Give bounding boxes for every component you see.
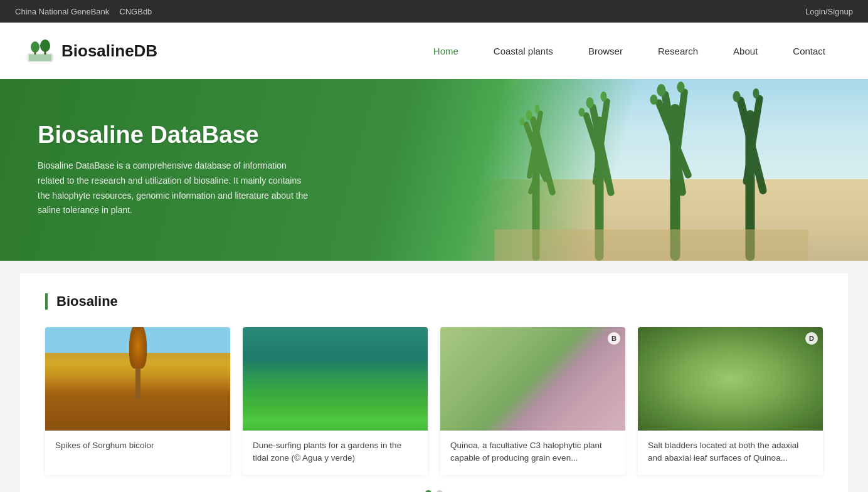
logo-text: BiosalineDB: [61, 41, 157, 61]
svg-point-11: [534, 105, 539, 113]
card-4-image: D: [638, 327, 823, 431]
card-1-body: Spikes of Sorghum bicolor: [45, 431, 230, 462]
svg-point-33: [753, 88, 759, 98]
hero-plant-illustration: [460, 79, 842, 261]
card-4-caption: Salt bladders located at both the adaxia…: [648, 439, 813, 465]
cards-grid: Spikes of Sorghum bicolor Dune-surfing p…: [45, 327, 823, 475]
card-3[interactable]: B Quinoa, a facultative C3 halophytic pl…: [440, 327, 625, 475]
hero-description: Biosaline DataBase is a comprehensive da…: [38, 159, 314, 218]
svg-point-32: [733, 91, 740, 102]
card-3-image: B: [440, 327, 625, 431]
hero-banner: Biosaline DataBase Biosaline DataBase is…: [0, 79, 868, 261]
svg-rect-3: [34, 51, 36, 55]
nav-research[interactable]: Research: [640, 41, 716, 61]
top-bar-links: China National GeneBank CNGBdb: [15, 7, 152, 16]
logo-link[interactable]: BiosalineDB: [25, 36, 157, 66]
header: BiosalineDB Home Coastal plants Browser …: [0, 23, 868, 79]
biosaline-section: Biosaline Spikes of Sorghum bicolor Dune…: [20, 273, 848, 492]
dot-1[interactable]: [425, 490, 431, 493]
logo-icon: [25, 36, 55, 66]
card-1-image: [45, 327, 230, 431]
svg-point-27: [677, 81, 684, 93]
svg-point-20: [600, 92, 606, 102]
card-4-body: Salt bladders located at both the adaxia…: [638, 431, 823, 475]
card-3-badge: B: [608, 332, 620, 345]
card-2-image: [243, 327, 428, 431]
svg-point-12: [519, 118, 524, 125]
card-3-caption: Quinoa, a facultative C3 halophytic plan…: [450, 439, 615, 465]
card-2[interactable]: Dune-surfing plants for a gardens in the…: [243, 327, 428, 475]
cngb-link[interactable]: China National GeneBank: [15, 7, 109, 16]
cngbdb-link[interactable]: CNGBdb: [119, 7, 152, 16]
nav-home[interactable]: Home: [416, 41, 476, 61]
svg-rect-5: [45, 50, 46, 55]
svg-point-19: [586, 97, 593, 108]
login-signup-link[interactable]: Login/Signup: [805, 7, 853, 16]
hero-content: Biosaline DataBase Biosaline DataBase is…: [0, 122, 351, 218]
hero-title: Biosaline DataBase: [38, 122, 314, 149]
top-bar: China National GeneBank CNGBdb Login/Sig…: [0, 0, 868, 23]
svg-point-21: [578, 108, 585, 117]
card-1-caption: Spikes of Sorghum bicolor: [55, 439, 220, 452]
nav-coastal-plants[interactable]: Coastal plants: [476, 41, 571, 61]
nav-contact[interactable]: Contact: [775, 41, 843, 61]
dot-2[interactable]: [437, 490, 443, 493]
svg-rect-1: [29, 55, 51, 61]
card-4[interactable]: D Salt bladders located at both the adax…: [638, 327, 823, 475]
card-2-body: Dune-surfing plants for a gardens in the…: [243, 431, 428, 475]
card-2-caption: Dune-surfing plants for a gardens in the…: [253, 439, 418, 465]
card-4-badge: D: [805, 332, 818, 345]
card-1[interactable]: Spikes of Sorghum bicolor: [45, 327, 230, 475]
svg-point-26: [657, 84, 665, 97]
svg-point-28: [650, 95, 657, 105]
card-3-body: Quinoa, a facultative C3 halophytic plan…: [440, 431, 625, 475]
svg-point-10: [526, 110, 532, 120]
main-nav: Home Coastal plants Browser Research Abo…: [416, 41, 843, 61]
svg-rect-34: [494, 229, 808, 261]
nav-about[interactable]: About: [716, 41, 775, 61]
section-title: Biosaline: [45, 293, 823, 310]
nav-browser[interactable]: Browser: [571, 41, 640, 61]
pagination-dots: [45, 490, 823, 493]
